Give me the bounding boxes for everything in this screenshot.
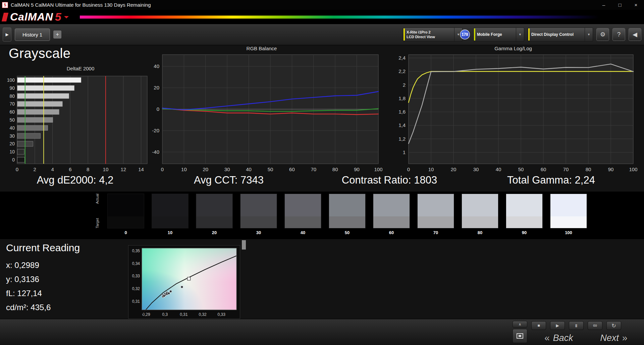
stop-icon[interactable]: ■ — [531, 321, 546, 330]
de-bar-60 — [17, 110, 59, 115]
help-icon[interactable]: ? — [612, 28, 625, 41]
tab-history-1[interactable]: History 1 — [15, 28, 50, 41]
display-control-name: Direct Display Control — [531, 32, 574, 37]
minimize-icon[interactable]: – — [596, 0, 612, 10]
display-status-stripe — [528, 28, 530, 41]
svg-text:10: 10 — [181, 166, 187, 172]
rainbow-stripe — [80, 15, 644, 18]
rgb-balance-chart-plot: 0102030405060708090100-40-2002040 — [141, 52, 382, 175]
collapse-panel-icon[interactable]: ◀ — [629, 28, 641, 41]
gray-swatch-label: 0 — [107, 230, 144, 235]
gear-icon[interactable]: ⚙ — [596, 28, 609, 41]
svg-text:40: 40 — [246, 166, 252, 172]
back-chevron-icon: « — [544, 333, 550, 343]
gray-swatch-label: 40 — [284, 230, 321, 235]
svg-text:30: 30 — [9, 133, 15, 139]
svg-text:1,2: 1,2 — [398, 136, 406, 142]
chevron-down-icon: ▼ — [585, 28, 593, 41]
actual-color — [108, 194, 144, 216]
stat-avg-cct: Avg CCT: 7343 — [194, 174, 264, 186]
add-tab-button[interactable]: + — [53, 30, 61, 39]
continuous-measure-icon[interactable]: ∞ — [588, 321, 602, 330]
calman-logo: CalMAN 5 — [0, 10, 73, 23]
actual-color — [550, 194, 587, 216]
svg-text:0: 0 — [16, 166, 18, 172]
window-controls: – □ × — [596, 0, 644, 10]
gray-swatch-70: 70 — [417, 194, 454, 235]
pattern-window-button[interactable] — [513, 329, 527, 343]
svg-text:40: 40 — [9, 125, 15, 131]
pause-icon[interactable]: ‖ — [569, 321, 584, 330]
svg-text:2: 2 — [34, 166, 36, 172]
meter-status-stripe — [404, 28, 405, 41]
svg-text:40: 40 — [496, 166, 501, 172]
svg-text:2,2: 2,2 — [398, 68, 406, 74]
tab-scroll-icon[interactable]: ▶ — [3, 27, 11, 42]
gray-swatch-label: 80 — [462, 230, 498, 235]
actual-color — [506, 194, 542, 216]
back-button[interactable]: « Back — [529, 332, 588, 344]
rgb-balance-chart: RGB Balance 0102030405060708090100-40-20… — [141, 45, 382, 175]
svg-text:0,3: 0,3 — [162, 312, 168, 317]
calman-window: 5 CalMAN 5 CalMAN Ultimate for Business … — [0, 0, 644, 345]
ramp-axis-labels: Actual Target — [95, 194, 100, 228]
de-bar-0 — [17, 157, 25, 162]
gray-swatch-80: 80 — [462, 194, 498, 235]
reading-x: x: 0,2989 — [6, 258, 80, 272]
svg-text:0: 0 — [407, 166, 410, 172]
gray-swatch-100: 100 — [550, 194, 587, 235]
de-bar-100 — [17, 77, 81, 82]
actual-color — [152, 194, 188, 216]
display-control-dropdown[interactable]: Direct Display Control ▼ — [528, 27, 593, 42]
svg-text:50: 50 — [268, 166, 273, 172]
svg-text:70: 70 — [563, 166, 569, 172]
maximize-icon[interactable]: □ — [612, 0, 628, 10]
table-scrollbar-thumb[interactable] — [242, 240, 246, 250]
svg-text:60: 60 — [541, 166, 546, 172]
svg-text:0,33: 0,33 — [217, 312, 225, 317]
gray-swatch-label: 20 — [196, 230, 233, 235]
logo-bar: CalMAN 5 — [0, 10, 644, 24]
gray-swatch-60: 60 — [373, 194, 410, 235]
svg-text:20: 20 — [203, 166, 208, 172]
svg-text:80: 80 — [332, 166, 338, 172]
gamma-chart-plot: 010203040506070809010011,21,41,61,822,22… — [389, 52, 637, 175]
meter-dropdown[interactable]: X-Rite i1Pro 2 LCD Direct View ▼ — [403, 27, 463, 42]
svg-text:90: 90 — [608, 166, 614, 172]
close-icon[interactable]: × — [628, 0, 644, 10]
svg-text:30: 30 — [224, 166, 230, 172]
measured-point — [169, 290, 172, 292]
logo-menu-triangle-icon[interactable] — [64, 16, 69, 21]
svg-text:6: 6 — [69, 166, 71, 172]
grayscale-ramp: Actual Target 0102030405060708090100 — [0, 192, 644, 239]
current-reading-title: Current Reading — [6, 242, 80, 254]
de-bar-10 — [17, 149, 24, 154]
actual-color — [462, 194, 498, 216]
target-color — [152, 216, 188, 228]
meter-name: X-Rite i1Pro 2 — [407, 30, 435, 34]
gray-swatch-10: 10 — [152, 194, 189, 235]
read-count-badge[interactable]: 178 — [460, 29, 470, 40]
target-color — [373, 216, 410, 228]
gray-swatch-0: 0 — [107, 194, 144, 235]
refresh-icon[interactable]: ↻ — [606, 321, 621, 330]
target-color — [285, 216, 321, 228]
play-icon[interactable]: ▶ — [550, 321, 565, 330]
svg-text:1,4: 1,4 — [398, 122, 406, 128]
logo-flag-icon — [2, 13, 8, 21]
target-color — [550, 216, 587, 228]
svg-text:50: 50 — [9, 117, 15, 123]
reading-fl: fL: 127,14 — [6, 286, 80, 300]
svg-text:0,35: 0,35 — [132, 249, 140, 253]
svg-text:20: 20 — [451, 166, 457, 172]
source-name: Mobile Forge — [477, 32, 502, 37]
window-title: CalMAN 5 CalMAN Ultimate for Business 13… — [11, 2, 151, 8]
stat-contrast-ratio: Contrast Ratio: 1803 — [342, 174, 437, 186]
target-axis-label: Target — [95, 218, 99, 228]
svg-text:10: 10 — [9, 149, 15, 154]
source-dropdown[interactable]: Mobile Forge ▼ — [473, 27, 524, 42]
next-label: Next — [600, 333, 619, 343]
next-button[interactable]: Next » — [591, 332, 637, 344]
expand-toolbar-icon[interactable]: ∧ — [513, 321, 527, 328]
svg-text:100: 100 — [374, 166, 382, 172]
